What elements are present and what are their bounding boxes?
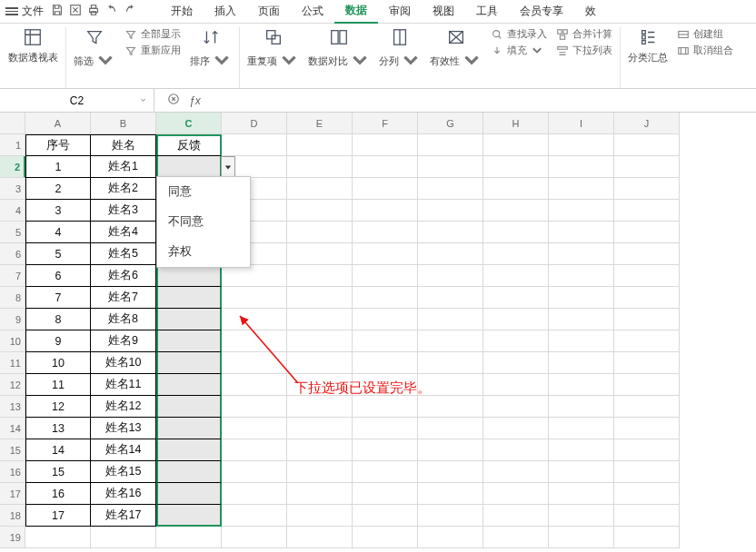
lookup-button[interactable]: 查找录入 (491, 27, 547, 41)
cell-C19[interactable] (156, 527, 222, 548)
create-group-button[interactable]: 创建组 (677, 27, 733, 41)
menu-icon[interactable] (5, 7, 18, 15)
row-header-7[interactable]: 7 (0, 265, 25, 287)
cell-B6[interactable]: 姓名5 (91, 243, 156, 265)
cell-I6[interactable] (549, 243, 614, 265)
cell-F5[interactable] (353, 222, 418, 243)
pivot-button[interactable]: 数据透视表 (7, 27, 58, 64)
cell-H17[interactable] (483, 483, 549, 505)
spreadsheet-grid[interactable]: ABCDEFGHIJ1序号姓名反馈21姓名132姓名243姓名354姓名465姓… (0, 113, 756, 548)
cell-H9[interactable] (483, 309, 549, 330)
cell-B11[interactable]: 姓名10 (91, 352, 156, 374)
cell-E9[interactable] (287, 309, 353, 330)
cell-D17[interactable] (222, 483, 287, 505)
cell-F18[interactable] (353, 505, 418, 527)
col-header-E[interactable]: E (287, 113, 353, 134)
cell-F14[interactable] (353, 418, 418, 439)
cell-J10[interactable] (614, 330, 680, 352)
save-icon[interactable] (51, 4, 64, 19)
cell-F17[interactable] (353, 483, 418, 505)
preview-icon[interactable] (69, 4, 82, 19)
row-header-9[interactable]: 9 (0, 309, 25, 330)
cell-D19[interactable] (222, 527, 287, 548)
cell-J12[interactable] (614, 374, 680, 396)
cell-F9[interactable] (353, 309, 418, 330)
cell-I8[interactable] (549, 287, 614, 309)
cell-J13[interactable] (614, 396, 680, 418)
cell-H2[interactable] (483, 156, 549, 178)
cell-J8[interactable] (614, 287, 680, 309)
cell-F7[interactable] (353, 265, 418, 287)
cell-J19[interactable] (614, 527, 680, 548)
cell-J6[interactable] (614, 243, 680, 265)
duplicate-button[interactable]: 重复项 (247, 27, 299, 71)
cell-E13[interactable] (287, 396, 353, 418)
cell-G15[interactable] (418, 439, 483, 461)
row-header-17[interactable]: 17 (0, 483, 25, 505)
cell-I14[interactable] (549, 418, 614, 439)
cell-D15[interactable] (222, 439, 287, 461)
cell-E15[interactable] (287, 439, 353, 461)
cell-H5[interactable] (483, 222, 549, 243)
menu-tab-6[interactable]: 视图 (422, 0, 465, 24)
cell-A16[interactable]: 15 (25, 461, 91, 483)
cell-B17[interactable]: 姓名16 (91, 483, 156, 505)
row-header-14[interactable]: 14 (0, 418, 25, 439)
cell-D14[interactable] (222, 418, 287, 439)
cell-G11[interactable] (418, 352, 483, 374)
cell-B16[interactable]: 姓名15 (91, 461, 156, 483)
split-button[interactable]: 分列 (379, 27, 421, 71)
menu-tab-2[interactable]: 页面 (247, 0, 291, 24)
cell-I15[interactable] (549, 439, 614, 461)
cell-H15[interactable] (483, 439, 549, 461)
cell-A14[interactable]: 13 (25, 418, 91, 439)
dropdown-option-1[interactable]: 不同意 (157, 207, 250, 237)
cell-B19[interactable] (91, 527, 156, 548)
menu-tab-7[interactable]: 工具 (465, 0, 509, 24)
cell-C12[interactable] (156, 374, 222, 396)
cell-C14[interactable] (156, 418, 222, 439)
cell-J4[interactable] (614, 200, 680, 222)
cell-E1[interactable] (287, 134, 353, 156)
fill-button[interactable]: 填充 (491, 44, 547, 57)
cancel-icon[interactable] (167, 93, 180, 108)
cell-G6[interactable] (418, 243, 483, 265)
col-header-G[interactable]: G (418, 113, 483, 134)
cell-F6[interactable] (353, 243, 418, 265)
cell-A18[interactable]: 17 (25, 505, 91, 527)
menu-tab-5[interactable]: 审阅 (378, 0, 422, 24)
name-box[interactable] (0, 89, 154, 112)
cell-E8[interactable] (287, 287, 353, 309)
cell-H8[interactable] (483, 287, 549, 309)
cell-A15[interactable]: 14 (25, 439, 91, 461)
cell-G1[interactable] (418, 134, 483, 156)
cell-B8[interactable]: 姓名7 (91, 287, 156, 309)
cell-J2[interactable] (614, 156, 680, 178)
cell-A17[interactable]: 16 (25, 483, 91, 505)
cell-B18[interactable]: 姓名17 (91, 505, 156, 527)
row-header-2[interactable]: 2 (0, 156, 25, 178)
cell-J5[interactable] (614, 222, 680, 243)
cell-E2[interactable] (287, 156, 353, 178)
cell-I1[interactable] (549, 134, 614, 156)
cell-B12[interactable]: 姓名11 (91, 374, 156, 396)
cell-B13[interactable]: 姓名12 (91, 396, 156, 418)
cell-A6[interactable]: 5 (25, 243, 91, 265)
dropdown-option-0[interactable]: 同意 (157, 177, 250, 207)
row-header-18[interactable]: 18 (0, 505, 25, 527)
cell-F4[interactable] (353, 200, 418, 222)
row-header-10[interactable]: 10 (0, 330, 25, 352)
cell-D12[interactable] (222, 374, 287, 396)
cell-H11[interactable] (483, 352, 549, 374)
cell-J9[interactable] (614, 309, 680, 330)
cell-D7[interactable] (222, 265, 287, 287)
cell-I12[interactable] (549, 374, 614, 396)
cell-F13[interactable] (353, 396, 418, 418)
cell-C13[interactable] (156, 396, 222, 418)
col-header-B[interactable]: B (91, 113, 156, 134)
cell-I13[interactable] (549, 396, 614, 418)
cell-A11[interactable]: 10 (25, 352, 91, 374)
cell-B2[interactable]: 姓名1 (91, 156, 156, 178)
reapply-button[interactable]: 重新应用 (124, 44, 181, 57)
cell-J18[interactable] (614, 505, 680, 527)
